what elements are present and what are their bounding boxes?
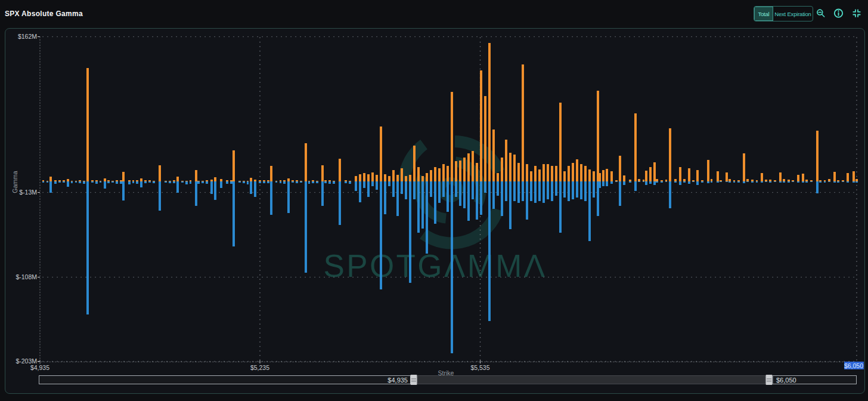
svg-text:SPOTGΛMMΛ: SPOTGΛMMΛ	[323, 248, 547, 283]
svg-text:Strike: Strike	[438, 369, 454, 377]
svg-text:$6,050: $6,050	[844, 362, 863, 369]
svg-text:Gamma: Gamma	[11, 171, 18, 193]
svg-text:$6,050: $6,050	[776, 377, 796, 384]
svg-text:$-13M: $-13M	[19, 189, 37, 196]
svg-text:$5,535: $5,535	[470, 364, 489, 371]
svg-text:$4,935: $4,935	[388, 377, 408, 384]
svg-text:$162M: $162M	[18, 33, 37, 40]
svg-text:$-108M: $-108M	[16, 273, 37, 280]
svg-text:$5,235: $5,235	[250, 364, 269, 371]
svg-text:$4,935: $4,935	[30, 364, 49, 371]
